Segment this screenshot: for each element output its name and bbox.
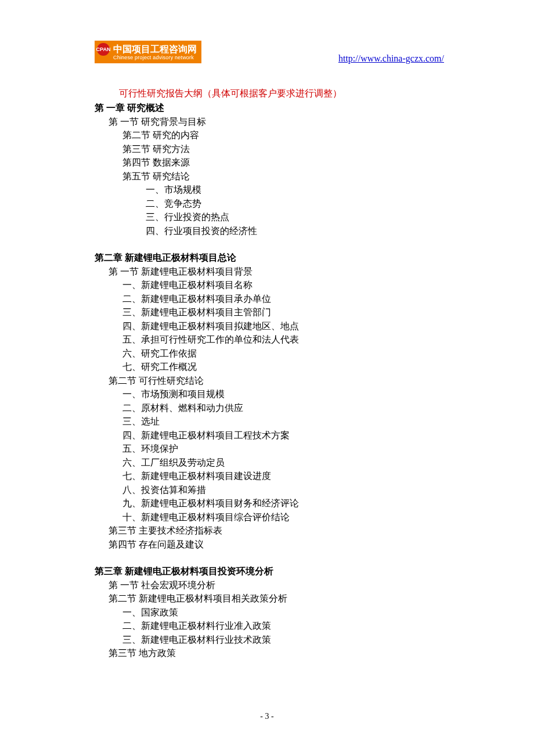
list-item: 七、新建锂电正极材料项目建设进度	[95, 469, 444, 483]
logo-text-en: Chinese project advisory network	[113, 55, 197, 61]
list-item: 一、市场规模	[95, 183, 444, 197]
page-number: - 3 -	[0, 712, 534, 721]
list-item: 六、工厂组织及劳动定员	[95, 456, 444, 470]
page-header: CPAN 中国项目工程咨询网 Chinese project advisory …	[0, 41, 534, 63]
section-item: 第二节 新建锂电正极材料项目相关政策分析	[95, 592, 444, 606]
document-body: 可行性研究报告大纲（具体可根据客户要求进行调整） 第 一章 研究概述 第 一节 …	[0, 87, 534, 660]
outline-title: 可行性研究报告大纲（具体可根据客户要求进行调整）	[95, 87, 444, 100]
list-item: 九、新建锂电正极材料项目财务和经济评论	[95, 496, 444, 510]
list-item: 七、研究工作概况	[95, 360, 444, 374]
chapter-heading: 第三章 新建锂电正极材料项目投资环境分析	[95, 564, 444, 578]
section-item: 第三节 地方政策	[95, 646, 444, 660]
list-item: 二、竞争态势	[95, 197, 444, 211]
website-link[interactable]: http://www.china-gczx.com/	[338, 53, 444, 64]
list-item: 十、新建锂电正极材料项目综合评价结论	[95, 510, 444, 524]
list-item: 三、新建锂电正极材料项目主管部门	[95, 305, 444, 319]
logo-banner: CPAN 中国项目工程咨询网 Chinese project advisory …	[95, 41, 201, 63]
list-item: 六、研究工作依据	[95, 347, 444, 361]
section-item: 第 一节 研究背景与目标	[95, 115, 444, 129]
section-item: 第三节 主要技术经济指标表	[95, 524, 444, 538]
logo-text-cn: 中国项目工程咨询网	[113, 44, 197, 55]
section-item: 第二节 可行性研究结论	[95, 374, 444, 388]
list-item: 四、行业项目投资的经济性	[95, 224, 444, 238]
chapter-1: 第 一章 研究概述 第 一节 研究背景与目标 第二节 研究的内容 第三节 研究方…	[95, 101, 444, 237]
chapter-2: 第二章 新建锂电正极材料项目总论 第 一节 新建锂电正极材料项目背景 一、新建锂…	[95, 251, 444, 551]
list-item: 四、新建锂电正极材料项目工程技术方案	[95, 429, 444, 442]
list-item: 三、行业投资的热点	[95, 210, 444, 224]
list-item: 二、新建锂电正极材料项目承办单位	[95, 292, 444, 306]
section-item: 第四节 数据来源	[95, 156, 444, 170]
chapter-heading: 第 一章 研究概述	[95, 101, 444, 115]
list-item: 四、新建锂电正极材料项目拟建地区、地点	[95, 319, 444, 333]
chapter-heading: 第二章 新建锂电正极材料项目总论	[95, 251, 444, 265]
list-item: 五、承担可行性研究工作的单位和法人代表	[95, 333, 444, 347]
list-item: 一、市场预测和项目规模	[95, 387, 444, 401]
section-item: 第三节 研究方法	[95, 142, 444, 156]
section-item: 第四节 存在问题及建议	[95, 538, 444, 552]
document-page: CPAN 中国项目工程咨询网 Chinese project advisory …	[0, 0, 534, 756]
logo-icon: CPAN	[97, 43, 110, 56]
list-item: 八、投资估算和筹措	[95, 483, 444, 497]
section-item: 第二节 研究的内容	[95, 128, 444, 142]
list-item: 一、新建锂电正极材料项目名称	[95, 278, 444, 292]
list-item: 一、国家政策	[95, 606, 444, 620]
section-item: 第五节 研究结论	[95, 170, 444, 183]
chapter-3: 第三章 新建锂电正极材料项目投资环境分析 第 一节 社会宏观环境分析 第二节 新…	[95, 564, 444, 660]
section-item: 第 一节 新建锂电正极材料项目背景	[95, 265, 444, 279]
list-item: 二、原材料、燃料和动力供应	[95, 401, 444, 415]
list-item: 三、新建锂电正极材料行业技术政策	[95, 633, 444, 647]
list-item: 五、环境保护	[95, 442, 444, 456]
list-item: 二、新建锂电正极材料行业准入政策	[95, 619, 444, 633]
section-item: 第 一节 社会宏观环境分析	[95, 578, 444, 592]
list-item: 三、选址	[95, 415, 444, 429]
